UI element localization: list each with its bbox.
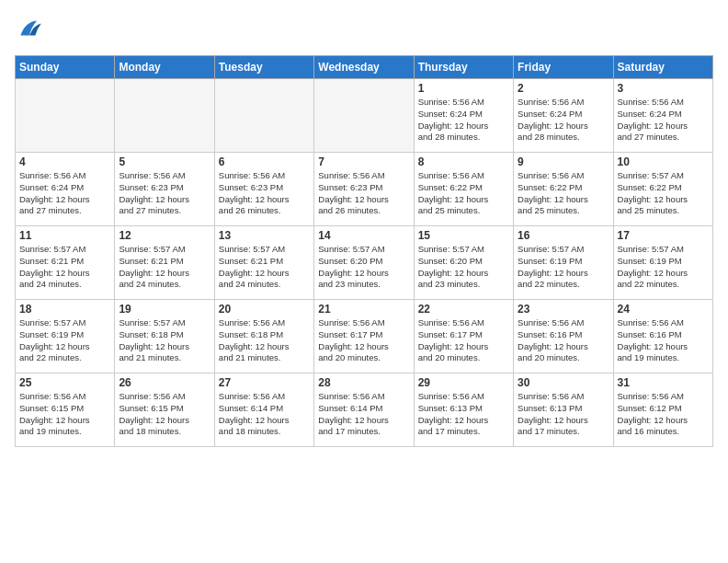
cal-cell: 3Sunrise: 5:56 AM Sunset: 6:24 PM Daylig… [613,79,712,153]
cal-cell: 21Sunrise: 5:56 AM Sunset: 6:17 PM Dayli… [314,300,414,373]
logo [15,15,48,44]
day-info: Sunrise: 5:56 AM Sunset: 6:23 PM Dayligh… [219,170,310,217]
cal-cell: 12Sunrise: 5:57 AM Sunset: 6:21 PM Dayli… [115,226,214,300]
cal-cell: 25Sunrise: 5:56 AM Sunset: 6:15 PM Dayli… [16,373,115,447]
cal-cell: 16Sunrise: 5:57 AM Sunset: 6:19 PM Dayli… [514,226,613,300]
logo-icon [15,15,44,44]
day-number: 13 [219,229,310,242]
day-number: 2 [518,82,609,95]
day-number: 9 [518,155,609,168]
day-number: 20 [219,303,310,316]
day-number: 30 [518,376,609,389]
cal-cell: 23Sunrise: 5:56 AM Sunset: 6:16 PM Dayli… [514,300,613,373]
cal-cell: 2Sunrise: 5:56 AM Sunset: 6:24 PM Daylig… [514,79,613,153]
cal-cell: 30Sunrise: 5:56 AM Sunset: 6:13 PM Dayli… [514,373,613,447]
cal-cell: 20Sunrise: 5:56 AM Sunset: 6:18 PM Dayli… [214,300,313,373]
day-info: Sunrise: 5:57 AM Sunset: 6:19 PM Dayligh… [19,317,110,364]
cal-cell: 10Sunrise: 5:57 AM Sunset: 6:22 PM Dayli… [613,153,712,226]
day-info: Sunrise: 5:56 AM Sunset: 6:22 PM Dayligh… [418,170,509,217]
day-number: 17 [618,229,709,242]
day-number: 4 [19,155,110,168]
cal-cell: 28Sunrise: 5:56 AM Sunset: 6:14 PM Dayli… [314,373,414,447]
cal-cell: 4Sunrise: 5:56 AM Sunset: 6:24 PM Daylig… [16,153,115,226]
day-info: Sunrise: 5:57 AM Sunset: 6:20 PM Dayligh… [418,244,509,291]
cal-cell: 11Sunrise: 5:57 AM Sunset: 6:21 PM Dayli… [16,226,115,300]
day-number: 28 [318,376,409,389]
cal-cell [115,79,214,153]
day-number: 24 [618,303,709,316]
cal-cell: 27Sunrise: 5:56 AM Sunset: 6:14 PM Dayli… [214,373,313,447]
cal-cell: 14Sunrise: 5:57 AM Sunset: 6:20 PM Dayli… [314,226,414,300]
day-number: 10 [618,155,709,168]
cal-cell: 7Sunrise: 5:56 AM Sunset: 6:23 PM Daylig… [314,153,414,226]
col-header-saturday: Saturday [613,56,712,79]
day-info: Sunrise: 5:57 AM Sunset: 6:21 PM Dayligh… [219,244,310,291]
day-info: Sunrise: 5:56 AM Sunset: 6:23 PM Dayligh… [119,170,210,217]
col-header-monday: Monday [115,56,214,79]
cal-cell: 29Sunrise: 5:56 AM Sunset: 6:13 PM Dayli… [414,373,513,447]
day-number: 18 [19,303,110,316]
day-number: 6 [219,155,310,168]
day-info: Sunrise: 5:57 AM Sunset: 6:20 PM Dayligh… [318,244,409,291]
col-header-thursday: Thursday [414,56,513,79]
day-info: Sunrise: 5:56 AM Sunset: 6:13 PM Dayligh… [418,391,509,438]
cal-cell: 13Sunrise: 5:57 AM Sunset: 6:21 PM Dayli… [214,226,313,300]
day-info: Sunrise: 5:56 AM Sunset: 6:16 PM Dayligh… [518,317,609,364]
cal-cell: 22Sunrise: 5:56 AM Sunset: 6:17 PM Dayli… [414,300,513,373]
week-row-4: 25Sunrise: 5:56 AM Sunset: 6:15 PM Dayli… [16,373,713,447]
cal-cell: 15Sunrise: 5:57 AM Sunset: 6:20 PM Dayli… [414,226,513,300]
day-number: 8 [418,155,509,168]
day-info: Sunrise: 5:57 AM Sunset: 6:21 PM Dayligh… [119,244,210,291]
col-header-sunday: Sunday [16,56,115,79]
week-row-0: 1Sunrise: 5:56 AM Sunset: 6:24 PM Daylig… [16,79,713,153]
day-number: 19 [119,303,210,316]
day-number: 26 [119,376,210,389]
day-number: 29 [418,376,509,389]
day-info: Sunrise: 5:56 AM Sunset: 6:15 PM Dayligh… [19,391,110,438]
day-info: Sunrise: 5:56 AM Sunset: 6:14 PM Dayligh… [318,391,409,438]
day-info: Sunrise: 5:57 AM Sunset: 6:22 PM Dayligh… [618,170,709,217]
day-info: Sunrise: 5:56 AM Sunset: 6:18 PM Dayligh… [219,317,310,364]
week-row-1: 4Sunrise: 5:56 AM Sunset: 6:24 PM Daylig… [16,153,713,226]
day-info: Sunrise: 5:56 AM Sunset: 6:14 PM Dayligh… [219,391,310,438]
day-info: Sunrise: 5:57 AM Sunset: 6:21 PM Dayligh… [19,244,110,291]
cal-cell: 5Sunrise: 5:56 AM Sunset: 6:23 PM Daylig… [115,153,214,226]
cal-cell: 18Sunrise: 5:57 AM Sunset: 6:19 PM Dayli… [16,300,115,373]
day-number: 23 [518,303,609,316]
cal-cell: 19Sunrise: 5:57 AM Sunset: 6:18 PM Dayli… [115,300,214,373]
day-info: Sunrise: 5:56 AM Sunset: 6:17 PM Dayligh… [318,317,409,364]
cal-cell: 17Sunrise: 5:57 AM Sunset: 6:19 PM Dayli… [613,226,712,300]
day-number: 25 [19,376,110,389]
cal-cell: 24Sunrise: 5:56 AM Sunset: 6:16 PM Dayli… [613,300,712,373]
day-info: Sunrise: 5:56 AM Sunset: 6:22 PM Dayligh… [518,170,609,217]
day-info: Sunrise: 5:56 AM Sunset: 6:12 PM Dayligh… [618,391,709,438]
day-info: Sunrise: 5:56 AM Sunset: 6:16 PM Dayligh… [618,317,709,364]
day-number: 3 [618,82,709,95]
calendar-table: SundayMondayTuesdayWednesdayThursdayFrid… [15,55,713,447]
cal-cell: 1Sunrise: 5:56 AM Sunset: 6:24 PM Daylig… [414,79,513,153]
cal-cell: 26Sunrise: 5:56 AM Sunset: 6:15 PM Dayli… [115,373,214,447]
day-number: 31 [618,376,709,389]
cal-cell [16,79,115,153]
day-info: Sunrise: 5:56 AM Sunset: 6:17 PM Dayligh… [418,317,509,364]
day-info: Sunrise: 5:56 AM Sunset: 6:24 PM Dayligh… [19,170,110,217]
day-number: 5 [119,155,210,168]
cal-cell [314,79,414,153]
day-info: Sunrise: 5:56 AM Sunset: 6:15 PM Dayligh… [119,391,210,438]
cal-cell: 6Sunrise: 5:56 AM Sunset: 6:23 PM Daylig… [214,153,313,226]
day-info: Sunrise: 5:56 AM Sunset: 6:24 PM Dayligh… [518,97,609,144]
day-info: Sunrise: 5:56 AM Sunset: 6:23 PM Dayligh… [318,170,409,217]
day-number: 27 [219,376,310,389]
day-info: Sunrise: 5:57 AM Sunset: 6:19 PM Dayligh… [618,244,709,291]
day-number: 14 [318,229,409,242]
day-number: 16 [518,229,609,242]
cal-cell: 31Sunrise: 5:56 AM Sunset: 6:12 PM Dayli… [613,373,712,447]
cal-cell: 8Sunrise: 5:56 AM Sunset: 6:22 PM Daylig… [414,153,513,226]
day-info: Sunrise: 5:56 AM Sunset: 6:24 PM Dayligh… [418,97,509,144]
day-info: Sunrise: 5:57 AM Sunset: 6:19 PM Dayligh… [518,244,609,291]
col-header-wednesday: Wednesday [314,56,414,79]
day-number: 1 [418,82,509,95]
day-number: 11 [19,229,110,242]
week-row-2: 11Sunrise: 5:57 AM Sunset: 6:21 PM Dayli… [16,226,713,300]
cal-cell [214,79,313,153]
